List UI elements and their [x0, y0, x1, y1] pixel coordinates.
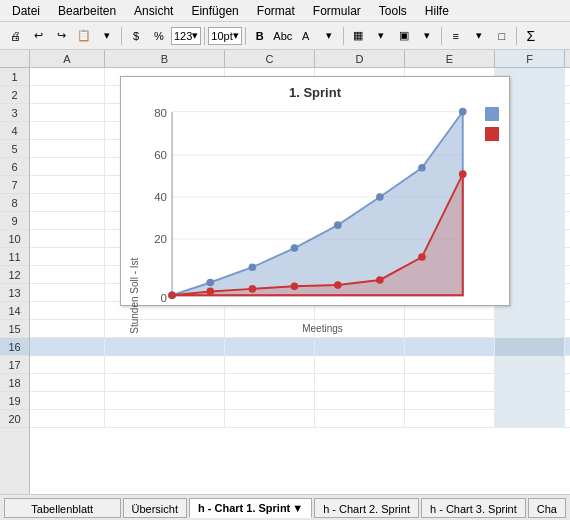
row-num-9[interactable]: 9 — [0, 212, 29, 230]
percent-button[interactable]: % — [148, 25, 170, 47]
cell[interactable] — [30, 266, 105, 284]
cell[interactable] — [225, 410, 315, 428]
cell[interactable] — [30, 212, 105, 230]
row-num-10[interactable]: 10 — [0, 230, 29, 248]
col-header-b[interactable]: B — [105, 50, 225, 67]
cell[interactable] — [30, 104, 105, 122]
col-header-a[interactable]: A — [30, 50, 105, 67]
cell[interactable] — [105, 374, 225, 392]
abc-button[interactable]: Abc — [272, 25, 294, 47]
cell[interactable] — [315, 392, 405, 410]
menu-hilfe[interactable]: Hilfe — [417, 2, 457, 20]
col-header-f[interactable]: F — [495, 50, 565, 67]
redo-button[interactable]: ↪ — [50, 25, 72, 47]
cell[interactable] — [405, 374, 495, 392]
cell[interactable] — [315, 374, 405, 392]
merge-button[interactable]: ▣ — [393, 25, 415, 47]
cell[interactable] — [105, 392, 225, 410]
cell[interactable] — [105, 410, 225, 428]
fontsize-combo[interactable]: 10pt▾ — [208, 27, 241, 45]
format-combo[interactable]: 123▾ — [171, 27, 201, 45]
font-color-button[interactable]: A — [295, 25, 317, 47]
currency-button[interactable]: $ — [125, 25, 147, 47]
cell[interactable] — [30, 158, 105, 176]
col-header-e[interactable]: E — [405, 50, 495, 67]
dropdown-2[interactable]: ▾ — [318, 25, 340, 47]
row-num-5[interactable]: 5 — [0, 140, 29, 158]
col-header-c[interactable]: C — [225, 50, 315, 67]
cell[interactable] — [30, 338, 105, 356]
menu-format[interactable]: Format — [249, 2, 303, 20]
row-num-12[interactable]: 12 — [0, 266, 29, 284]
add-sheet-button[interactable]: Tabellenblatt hinzufügen — [4, 498, 121, 518]
tab-chart3-sprint[interactable]: h - Chart 3. Sprint — [421, 498, 526, 518]
cell[interactable] — [495, 356, 565, 374]
cell[interactable] — [495, 392, 565, 410]
dropdown-3[interactable]: ▾ — [370, 25, 392, 47]
menu-tools[interactable]: Tools — [371, 2, 415, 20]
cell[interactable] — [30, 230, 105, 248]
cell[interactable] — [30, 284, 105, 302]
image-button[interactable]: 📋 — [73, 25, 95, 47]
col-header-d[interactable]: D — [315, 50, 405, 67]
cell[interactable] — [405, 356, 495, 374]
cell[interactable] — [30, 374, 105, 392]
tab-dropdown-arrow[interactable]: ▼ — [292, 500, 303, 516]
cell[interactable] — [30, 248, 105, 266]
row-num-11[interactable]: 11 — [0, 248, 29, 266]
tab-ubersicht[interactable]: Übersicht — [123, 498, 187, 518]
cell[interactable] — [225, 392, 315, 410]
dropdown-arrow[interactable]: ▾ — [96, 25, 118, 47]
cell[interactable] — [105, 338, 225, 356]
cell[interactable] — [30, 68, 105, 86]
cell[interactable] — [30, 86, 105, 104]
cell[interactable] — [30, 302, 105, 320]
menu-ansicht[interactable]: Ansicht — [126, 2, 181, 20]
bold-button[interactable]: B — [249, 25, 271, 47]
cell[interactable] — [30, 122, 105, 140]
row-num-3[interactable]: 3 — [0, 104, 29, 122]
row-num-15[interactable]: 15 — [0, 320, 29, 338]
cell[interactable] — [30, 194, 105, 212]
menu-formular[interactable]: Formular — [305, 2, 369, 20]
print-button[interactable]: 🖨 — [4, 25, 26, 47]
cell[interactable] — [225, 356, 315, 374]
dropdown-5[interactable]: ▾ — [468, 25, 490, 47]
cell[interactable] — [495, 320, 565, 338]
cell[interactable] — [495, 374, 565, 392]
cell[interactable] — [405, 410, 495, 428]
tab-chart1-sprint[interactable]: h - Chart 1. Sprint ▼ — [189, 498, 312, 518]
row-num-8[interactable]: 8 — [0, 194, 29, 212]
cell[interactable] — [105, 356, 225, 374]
row-num-1[interactable]: 1 — [0, 68, 29, 86]
cell[interactable] — [30, 320, 105, 338]
row-num-14[interactable]: 14 — [0, 302, 29, 320]
tab-cha[interactable]: Cha — [528, 498, 566, 518]
borders-button[interactable]: ▦ — [347, 25, 369, 47]
dropdown-4[interactable]: ▾ — [416, 25, 438, 47]
cell[interactable] — [495, 410, 565, 428]
row-num-6[interactable]: 6 — [0, 158, 29, 176]
menu-einfuegen[interactable]: Einfügen — [183, 2, 246, 20]
row-num-4[interactable]: 4 — [0, 122, 29, 140]
row-num-2[interactable]: 2 — [0, 86, 29, 104]
menu-bearbeiten[interactable]: Bearbeiten — [50, 2, 124, 20]
cell[interactable] — [225, 374, 315, 392]
cell[interactable] — [315, 410, 405, 428]
cell[interactable] — [405, 338, 495, 356]
row-num-16[interactable]: 16 — [0, 338, 29, 356]
cell[interactable] — [495, 338, 565, 356]
cell[interactable] — [315, 338, 405, 356]
row-num-18[interactable]: 18 — [0, 374, 29, 392]
cell[interactable] — [30, 410, 105, 428]
row-num-17[interactable]: 17 — [0, 356, 29, 374]
sigma-button[interactable]: Σ — [520, 25, 542, 47]
row-num-7[interactable]: 7 — [0, 176, 29, 194]
chart-container[interactable]: 1. Sprint Stunden Soll - Ist 80 60 40 20… — [120, 76, 510, 306]
cell[interactable] — [30, 392, 105, 410]
undo-button[interactable]: ↩ — [27, 25, 49, 47]
cell[interactable] — [225, 338, 315, 356]
cell[interactable] — [315, 356, 405, 374]
tab-chart2-sprint[interactable]: h - Chart 2. Sprint — [314, 498, 419, 518]
row-num-19[interactable]: 19 — [0, 392, 29, 410]
